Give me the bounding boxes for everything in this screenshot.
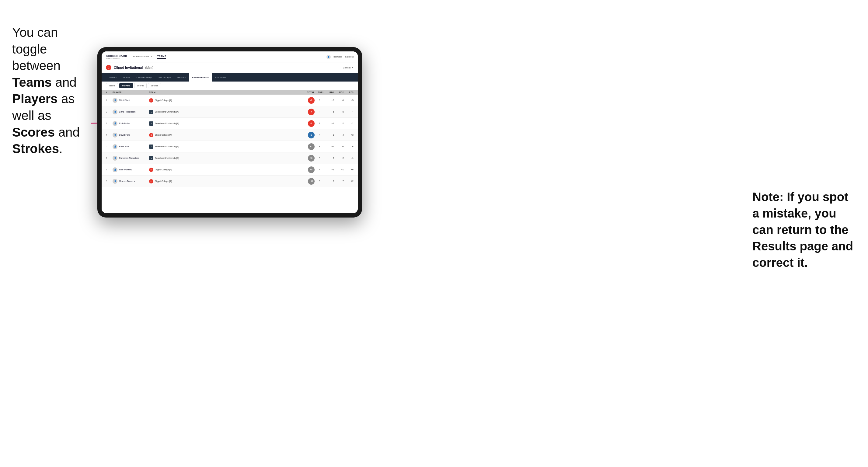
rd1-cell: +5 — [324, 157, 334, 159]
tab-teams[interactable]: Teams — [120, 73, 133, 82]
user-avatar: 👤 — [327, 55, 331, 59]
score-badge: +6 — [308, 155, 315, 161]
strokes-bold: Strokes — [12, 142, 59, 156]
rd3-cell: +6 — [344, 168, 353, 171]
player-name: Chris Robertson — [119, 111, 135, 113]
row-number: 3 — [106, 122, 113, 125]
rd1-cell: +1 — [324, 145, 334, 148]
row-number: 8 — [106, 180, 113, 183]
row-number: 2 — [106, 111, 113, 113]
player-cell: 👤 Chris Robertson — [113, 110, 149, 115]
row-number: 6 — [106, 157, 113, 159]
nav-teams[interactable]: TEAMS — [157, 55, 166, 59]
tournament-title-row: C Clippd Invitational (Men) — [106, 65, 153, 70]
subtab-teams[interactable]: Teams — [106, 83, 118, 88]
player-avatar: 👤 — [113, 133, 118, 137]
thru-cell: F — [315, 99, 324, 102]
note-label: Note: If you spot a mistake, you can ret… — [752, 190, 853, 269]
table-row: 4 👤 David Ford C Clippd College [A] E F … — [102, 129, 358, 141]
team-icon: ■ — [149, 110, 153, 114]
rd2-cell: -6 — [334, 99, 344, 102]
player-cell: 👤 Marcus Turners — [113, 179, 149, 184]
rd1-cell: +3 — [324, 99, 334, 102]
player-name: Blair McHarg — [119, 168, 132, 171]
team-icon: ■ — [149, 145, 153, 149]
score-badge: E — [308, 132, 315, 138]
thru-cell: F — [315, 180, 324, 183]
rd2-cell: E — [334, 145, 344, 148]
rd2-cell: +5 — [334, 111, 344, 113]
team-icon: C — [149, 133, 153, 137]
player-avatar: 👤 — [113, 98, 118, 103]
th-rd2: RD2 — [334, 91, 344, 93]
score-badge: +11 — [308, 178, 315, 185]
team-name: Clippd College [A] — [155, 134, 172, 136]
leaderboard-table: # PLAYER TEAM TOTAL THRU RD1 RD2 RD3 1 👤… — [102, 90, 358, 213]
team-icon: C — [149, 179, 153, 183]
player-avatar: 👤 — [113, 167, 118, 172]
subtab-strokes[interactable]: Strokes — [148, 83, 161, 88]
table-row: 8 👤 Marcus Turners C Clippd College [A] … — [102, 176, 358, 187]
rd3-cell: -1 — [344, 157, 353, 159]
cancel-button[interactable]: Cancel ✕ — [343, 66, 353, 69]
tab-course-setup[interactable]: Course Setup — [133, 73, 155, 82]
subtab-scores[interactable]: Scores — [134, 83, 147, 88]
nav-user: 👤 Test User | Sign out — [327, 55, 353, 59]
team-name: Scoreboard University [A] — [155, 111, 179, 113]
nav-tournaments[interactable]: TOURNAMENTS — [133, 55, 152, 58]
tablet-frame: SCOREBOARD Powered by clippd TOURNAMENTS… — [97, 47, 362, 218]
scoreboard-logo: SCOREBOARD Powered by clippd — [106, 55, 127, 59]
right-annotation: Note: If you spot a mistake, you can ret… — [752, 189, 856, 271]
total-cell: +1 — [302, 143, 315, 150]
subtab-players[interactable]: Players — [119, 83, 133, 88]
thru-cell: F — [315, 168, 324, 171]
total-cell: +8 — [302, 166, 315, 173]
table-row: 7 👤 Blair McHarg C Clippd College [A] +8… — [102, 164, 358, 176]
player-avatar: 👤 — [113, 110, 118, 115]
tab-results[interactable]: Results — [174, 73, 189, 82]
team-name: Clippd College [A] — [155, 180, 172, 182]
table-row: 5 👤 Rees Britt ■ Scoreboard University [… — [102, 141, 358, 152]
user-name: Test User | — [333, 55, 343, 58]
team-name: Scoreboard University [A] — [155, 146, 179, 148]
logo-sub: Powered by clippd — [106, 58, 127, 59]
player-name: David Ford — [119, 133, 130, 136]
tab-leaderboards[interactable]: Leaderboards — [189, 73, 212, 82]
tab-tee-groups[interactable]: Tee Groups — [155, 73, 174, 82]
rd3-cell: +2 — [344, 180, 353, 183]
sign-out-link[interactable]: Sign out — [345, 55, 353, 58]
total-cell: E — [302, 132, 315, 138]
table-row: 3 👤 Rich Butler ■ Scoreboard University … — [102, 118, 358, 129]
tab-details[interactable]: Details — [106, 73, 120, 82]
total-cell: -2 — [302, 120, 315, 127]
score-badge: -8 — [308, 97, 315, 104]
player-cell: 👤 Blair McHarg — [113, 167, 149, 172]
rd3-cell: -1 — [344, 122, 353, 125]
team-name: Clippd College [A] — [155, 99, 172, 101]
tournament-name: Clippd Invitational — [114, 66, 143, 69]
rd1-cell: +1 — [324, 133, 334, 136]
th-rd3: RD3 — [344, 91, 353, 93]
rd1-cell: +2 — [324, 168, 334, 171]
player-avatar: 👤 — [113, 156, 118, 161]
rd2-cell: +7 — [334, 180, 344, 183]
row-number: 4 — [106, 133, 113, 136]
player-name: Rees Britt — [119, 145, 129, 148]
row-number: 1 — [106, 99, 113, 102]
thru-cell: F — [315, 157, 324, 159]
tournament-icon: C — [106, 65, 111, 70]
rd1-cell: -5 — [324, 111, 334, 113]
total-cell: +6 — [302, 155, 315, 161]
team-icon: C — [149, 168, 153, 172]
rd1-cell: +2 — [324, 180, 334, 183]
team-cell: C Clippd College [A] — [149, 168, 198, 172]
team-name: Scoreboard University [A] — [155, 157, 179, 159]
table-row: 6 👤 Cameron Robertson ■ Scoreboard Unive… — [102, 152, 358, 164]
rd3-cell: -5 — [344, 99, 353, 102]
tab-printables[interactable]: Printables — [212, 73, 230, 82]
team-name: Scoreboard University [A] — [155, 122, 179, 124]
team-cell: ■ Scoreboard University [A] — [149, 110, 198, 114]
tournament-gender: (Men) — [145, 66, 153, 69]
team-cell: C Clippd College [A] — [149, 179, 198, 183]
table-body: 1 👤 Elliot Ebert C Clippd College [A] -8… — [102, 95, 358, 213]
